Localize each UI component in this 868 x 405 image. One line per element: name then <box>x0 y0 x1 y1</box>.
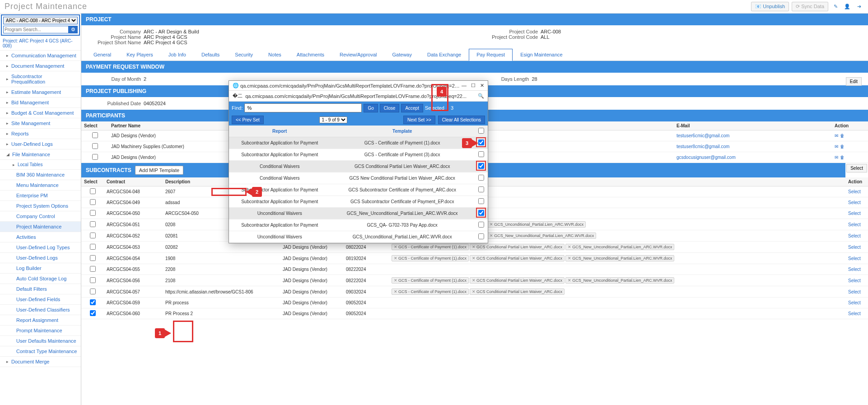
edit-icon[interactable]: ✎ <box>831 2 840 11</box>
nav-document-merge[interactable]: ▸Document Merge <box>0 357 81 367</box>
go-button[interactable]: Go <box>364 104 378 112</box>
close-button[interactable]: Close <box>380 104 400 112</box>
nav-sub-item[interactable]: Report Assignment <box>0 315 81 326</box>
nav-sub-item[interactable]: Log Builder <box>0 263 81 274</box>
row-checkbox[interactable] <box>478 151 484 157</box>
nav-sub-item[interactable]: User-Defined Fields <box>0 294 81 305</box>
tab[interactable]: Data Exchange <box>420 49 469 61</box>
nav-sub-item[interactable]: User-Defined Log Types <box>0 242 81 253</box>
project-select[interactable]: ARC - ARC-008 - ARC Project 4 GCS <box>3 17 78 24</box>
modal-row[interactable]: Unconditional WaiversGCS_New_Uncondition… <box>229 208 488 219</box>
select-link[interactable]: Select <box>848 289 861 294</box>
row-checkbox[interactable] <box>90 210 96 216</box>
row-checkbox[interactable] <box>90 233 96 238</box>
select-link[interactable]: Select <box>848 200 861 205</box>
find-input[interactable] <box>244 103 362 112</box>
nav-sub-item[interactable]: Company Control <box>0 211 81 222</box>
template-tag[interactable]: ✕GCS_Unconditional_Partial.Lien_ARC.WVR.… <box>487 221 586 228</box>
tab[interactable]: Esign Maintenance <box>513 49 570 61</box>
next-set-button[interactable]: Next Set >> <box>403 116 435 124</box>
row-checkbox[interactable] <box>90 289 96 294</box>
row-checkbox[interactable] <box>90 244 96 250</box>
select-link[interactable]: Select <box>848 300 861 305</box>
tab[interactable]: Notes <box>261 49 289 61</box>
template-tag[interactable]: ✕GCS_New_Unconditional_Partial.Lien_ARC.… <box>487 233 596 239</box>
nav-item[interactable]: ▸Document Management <box>0 61 81 71</box>
add-mip-template-button[interactable]: Add MIP Template <box>135 166 183 175</box>
modal-row[interactable]: Subcontractor Application for PaymentGCS… <box>229 137 488 149</box>
modal-row[interactable]: Subcontractor Application for PaymentGCS… <box>229 196 488 208</box>
nav-sub-item[interactable]: Project Maintenance <box>0 222 81 232</box>
select-link[interactable]: Select <box>848 245 861 250</box>
nav-item[interactable]: ▸Estimate Management <box>0 87 81 98</box>
trash-icon[interactable]: 🗑 <box>840 144 845 149</box>
nav-item[interactable]: ▸Budget & Cost Management <box>0 108 81 118</box>
nav-sub-item[interactable]: Enterprise PM <box>0 191 81 201</box>
template-tag[interactable]: ✕GCS Conditional Partial Lien Waiver_ARC… <box>470 289 565 295</box>
row-checkbox[interactable] <box>478 233 484 239</box>
select-link[interactable]: Select <box>848 189 861 194</box>
nav-item[interactable]: ▸Bid Management <box>0 98 81 108</box>
template-tag[interactable]: ✕GCS - Certificate of Payment (1).docx <box>392 255 469 261</box>
clear-selections-button[interactable]: Clear All Selections <box>438 116 485 124</box>
select-link[interactable]: Select <box>848 222 861 227</box>
tab[interactable]: Pay Request <box>469 49 513 61</box>
select-link[interactable]: Select <box>848 233 861 238</box>
row-checkbox[interactable] <box>90 277 96 283</box>
tab[interactable]: General <box>86 49 119 61</box>
row-checkbox[interactable] <box>92 143 98 149</box>
close-icon[interactable]: ✕ <box>480 83 484 88</box>
template-tag[interactable]: ✕GCS Conditional Partial Lien Waiver_ARC… <box>470 277 565 284</box>
row-checkbox[interactable] <box>92 132 98 138</box>
template-tag[interactable]: ✕GCS_New_Unconditional_Partial.Lien_ARC.… <box>565 244 674 250</box>
modal-row[interactable]: Subcontractor Application for PaymentGCS… <box>229 219 488 231</box>
row-checkbox[interactable] <box>90 188 96 194</box>
tab[interactable]: Job Info <box>161 49 194 61</box>
nav-sub-item[interactable]: User-Defined Classifiers <box>0 305 81 315</box>
user-icon[interactable]: 👤 <box>843 2 852 11</box>
nav-item[interactable]: ▸Reports <box>0 129 81 139</box>
logout-icon[interactable]: ➜ <box>854 2 863 11</box>
maximize-icon[interactable]: ☐ <box>471 83 476 88</box>
row-checkbox[interactable] <box>90 255 96 261</box>
row-checkbox[interactable] <box>92 154 98 160</box>
email-link[interactable]: testuser8cmic@gmail.com <box>677 144 729 149</box>
tab[interactable]: Key Players <box>119 49 161 61</box>
nav-sub-item[interactable]: Contract Type Maintenance <box>0 346 81 357</box>
nav-sub-item[interactable]: Auto Cold Storage Log <box>0 274 81 284</box>
nav-file-maintenance[interactable]: ◢File Maintenance <box>0 149 81 160</box>
modal-row[interactable]: Subcontractor Application for PaymentGCS… <box>229 184 488 196</box>
accept-button[interactable]: Accept <box>401 104 423 112</box>
unpublish-button[interactable]: 📧 Unpublish <box>751 2 789 11</box>
nav-sub-item[interactable]: Default Filters <box>0 284 81 294</box>
row-checkbox[interactable] <box>90 310 96 316</box>
template-tag[interactable]: ✕GCS Conditional Partial Lien Waiver_ARC… <box>470 255 565 261</box>
template-tag[interactable]: ✕GCS - Certificate of Payment (1).docx <box>392 244 469 250</box>
trash-icon[interactable]: 🗑 <box>840 155 845 160</box>
template-tag[interactable]: ✕GCS - Certificate of Payment (1).docx <box>392 277 469 284</box>
nav-item[interactable]: ▸Communication Management <box>0 51 81 61</box>
select-link[interactable]: Select <box>848 267 861 272</box>
modal-row[interactable]: Conditional WaiversGCS New Conditional P… <box>229 172 488 184</box>
template-tag[interactable]: ✕GCS_New_Unconditional_Partial.Lien_ARC.… <box>565 277 674 284</box>
template-tag[interactable]: ✕GCS - Certificate of Payment (1).docx <box>392 289 469 295</box>
nav-sub-item[interactable]: BIM 360 Maintenance <box>0 170 81 180</box>
row-checkbox[interactable] <box>90 299 96 305</box>
nav-item[interactable]: ▸User-Defined Logs <box>0 139 81 149</box>
modal-row[interactable]: Subcontractor Application for PaymentGCS… <box>229 149 488 161</box>
zoom-icon[interactable]: 🔍 <box>478 93 484 99</box>
nav-item[interactable]: ▸Subcontractor Prequalification <box>0 71 81 87</box>
template-tag[interactable]: ✕GCS_New_Unconditional_Partial.Lien_ARC.… <box>565 255 674 261</box>
tab[interactable]: Gateway <box>385 49 420 61</box>
range-select[interactable]: 1 - 9 of 9 <box>319 116 347 123</box>
tab[interactable]: Defaults <box>194 49 227 61</box>
select-link[interactable]: Select <box>848 211 861 216</box>
nav-item[interactable]: ▸Site Management <box>0 118 81 129</box>
minimize-icon[interactable]: — <box>462 83 467 88</box>
tab[interactable]: Security <box>227 49 261 61</box>
nav-sub-item[interactable]: Menu Maintenance <box>0 180 81 191</box>
search-gear-button[interactable]: ⚙ <box>69 26 78 33</box>
view-site-icon[interactable]: �二 <box>233 93 243 99</box>
row-checkbox[interactable] <box>90 221 96 227</box>
select-link[interactable]: Select <box>848 256 861 261</box>
